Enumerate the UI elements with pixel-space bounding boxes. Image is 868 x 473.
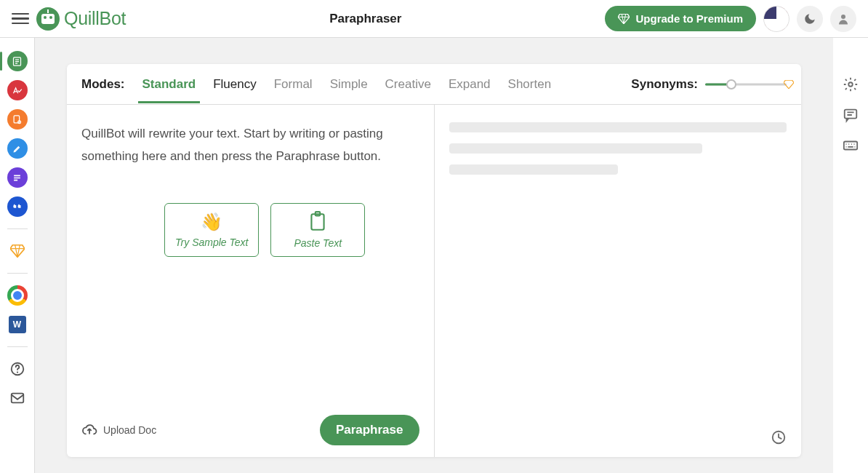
sidebar-help[interactable] [7, 359, 28, 379]
main-area: Modes: Standard Fluency Formal Simple Cr… [35, 38, 833, 473]
input-pane: QuillBot will rewrite your text. Start b… [67, 105, 435, 457]
upgrade-button-label: Upgrade to Premium [635, 12, 743, 25]
document-icon [12, 56, 23, 67]
clock-icon [771, 429, 787, 445]
account-button[interactable] [830, 6, 856, 32]
mode-tab-formal[interactable]: Formal [274, 65, 313, 103]
sidebar-plagiarism-checker[interactable] [7, 109, 28, 130]
help-icon [9, 361, 25, 377]
paste-text-label: Paste Text [294, 237, 342, 249]
quote-icon [12, 202, 23, 212]
dark-mode-toggle[interactable] [797, 6, 823, 32]
word-icon: W [9, 316, 26, 333]
wave-icon: 👋 [201, 212, 222, 232]
input-action-row: 👋 Try Sample Text Paste Text [164, 203, 365, 257]
sidebar-summarizer[interactable] [7, 167, 28, 188]
premium-diamond-icon [784, 80, 794, 89]
mail-icon [9, 390, 25, 406]
paraphraser-card: Modes: Standard Fluency Formal Simple Cr… [67, 64, 801, 457]
keyboard-icon [843, 138, 859, 154]
input-footer: Upload Doc Paraphrase [81, 409, 419, 445]
sidebar-grammar-checker[interactable] [7, 80, 28, 100]
feedback-button[interactable] [842, 106, 859, 124]
svg-point-0 [841, 15, 845, 19]
app-header: QuillBot Paraphraser Upgrade to Premium [0, 0, 868, 38]
check-a-icon [12, 85, 23, 96]
try-sample-label: Try Sample Text [175, 236, 248, 248]
panes: QuillBot will rewrite your text. Start b… [67, 105, 801, 457]
lines-icon [12, 172, 23, 183]
svg-point-7 [848, 82, 853, 87]
diamond-icon [10, 245, 25, 258]
menu-button[interactable] [12, 10, 29, 28]
language-flag-button[interactable] [763, 6, 789, 32]
modes-bar: Modes: Standard Fluency Formal Simple Cr… [67, 64, 801, 105]
input-placeholder-text[interactable]: QuillBot will rewrite your text. Start b… [81, 122, 419, 168]
feedback-icon [843, 107, 859, 123]
try-sample-button[interactable]: 👋 Try Sample Text [164, 203, 259, 257]
synonyms-control: Synonyms: [631, 77, 787, 92]
svg-point-5 [16, 371, 17, 373]
paraphrase-button-label: Paraphrase [336, 423, 403, 437]
mode-tab-simple[interactable]: Simple [330, 65, 368, 103]
page-search-icon [12, 114, 23, 125]
sidebar-divider [7, 228, 28, 229]
sidebar-co-writer[interactable] [7, 138, 28, 159]
brand-text: QuillBot [64, 8, 126, 29]
modes-label: Modes: [81, 77, 125, 92]
svg-rect-2 [14, 115, 20, 122]
synonyms-slider[interactable] [705, 80, 787, 89]
hotkeys-button[interactable] [842, 137, 859, 154]
sidebar-paraphraser[interactable] [7, 51, 28, 71]
svg-rect-6 [11, 394, 23, 403]
gear-icon [843, 76, 859, 92]
brand-logo[interactable]: QuillBot [36, 7, 126, 31]
mode-tab-creative[interactable]: Creative [385, 65, 431, 103]
sidebar-divider [7, 273, 28, 274]
synonyms-label: Synonyms: [631, 77, 698, 92]
sidebar-premium[interactable] [7, 241, 28, 261]
mode-tab-shorten[interactable]: Shorten [508, 65, 552, 103]
output-footer [449, 424, 787, 445]
premium-diamond-icon [618, 14, 630, 24]
mode-tab-expand[interactable]: Expand [449, 65, 491, 103]
output-skeleton-line [449, 122, 787, 132]
cloud-upload-icon [81, 424, 97, 437]
sidebar-contact[interactable] [7, 388, 28, 408]
svg-rect-9 [844, 142, 857, 150]
paraphrase-button[interactable]: Paraphrase [320, 415, 419, 445]
output-pane [435, 105, 802, 457]
output-skeleton-line [449, 143, 702, 154]
svg-rect-8 [845, 110, 857, 119]
clipboard-icon [308, 211, 327, 233]
sidebar-chrome-extension[interactable] [7, 285, 28, 306]
paste-text-button[interactable]: Paste Text [270, 203, 365, 257]
settings-button[interactable] [842, 76, 859, 93]
mode-tab-standard[interactable]: Standard [142, 65, 196, 103]
user-icon [837, 12, 850, 25]
upgrade-button[interactable]: Upgrade to Premium [605, 6, 756, 31]
mode-tab-fluency[interactable]: Fluency [213, 65, 257, 103]
output-skeleton-line [449, 164, 618, 175]
page-title: Paraphraser [133, 12, 598, 26]
upload-doc-button[interactable]: Upload Doc [81, 424, 156, 437]
pen-icon [12, 143, 23, 154]
brand-icon [36, 7, 60, 31]
upload-doc-label: Upload Doc [103, 424, 156, 436]
chrome-icon [7, 285, 28, 306]
history-button[interactable] [771, 429, 787, 445]
sidebar-citation-generator[interactable] [7, 196, 28, 217]
tool-sidebar: W [0, 38, 35, 473]
sidebar-word-extension[interactable]: W [7, 314, 28, 335]
sidebar-divider [7, 346, 28, 347]
moon-icon [803, 12, 816, 25]
utility-sidebar [833, 38, 868, 473]
